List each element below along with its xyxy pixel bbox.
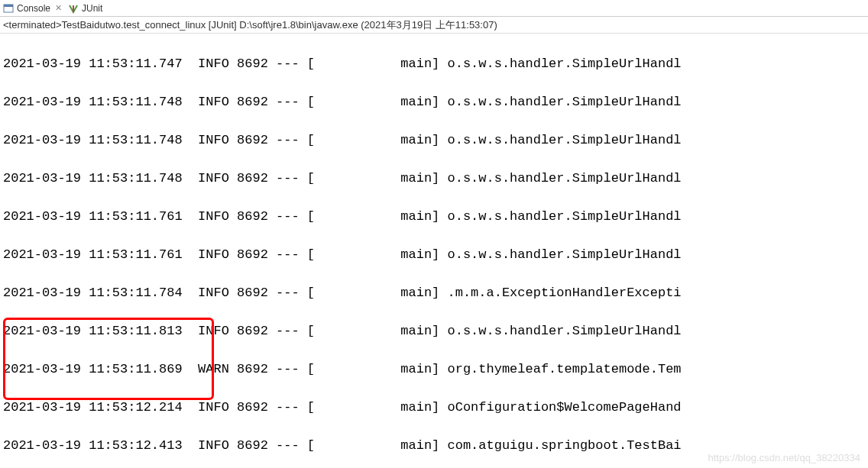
console-output[interactable]: 2021-03-19 11:53:11.747 INFO 8692 --- [ … xyxy=(0,34,868,468)
log-line: 2021-03-19 11:53:11.748 INFO 8692 --- [ … xyxy=(3,131,865,150)
watermark: https://blog.csdn.net/qq_38220334 xyxy=(708,452,861,463)
console-icon xyxy=(3,3,14,14)
log-line: 2021-03-19 11:53:11.748 INFO 8692 --- [ … xyxy=(3,169,865,188)
log-line: 2021-03-19 11:53:12.214 INFO 8692 --- [ … xyxy=(3,398,865,417)
console-header: <terminated> TestBaidutwo.test_connect_l… xyxy=(0,17,868,34)
tab-junit-label: JUnit xyxy=(82,3,102,14)
log-line: 2021-03-19 11:53:11.747 INFO 8692 --- [ … xyxy=(3,54,865,73)
header-text: TestBaidutwo.test_connect_linux [JUnit] … xyxy=(62,18,497,32)
tab-console-label: Console xyxy=(17,3,50,14)
log-line: 2021-03-19 11:53:11.813 INFO 8692 --- [ … xyxy=(3,321,865,341)
log-line: 2021-03-19 11:53:11.761 INFO 8692 --- [ … xyxy=(3,245,865,264)
log-line: 2021-03-19 11:53:11.748 INFO 8692 --- [ … xyxy=(3,92,865,111)
close-icon[interactable]: ✕ xyxy=(55,3,62,13)
log-line: 2021-03-19 11:53:11.869 WARN 8692 --- [ … xyxy=(3,360,865,379)
junit-icon xyxy=(68,3,79,14)
log-line: 2021-03-19 11:53:11.761 INFO 8692 --- [ … xyxy=(3,207,865,226)
tab-junit[interactable]: JUnit xyxy=(68,3,102,14)
tab-bar: Console ✕ JUnit xyxy=(0,0,868,17)
tab-console[interactable]: Console ✕ xyxy=(3,3,62,14)
svg-rect-1 xyxy=(4,5,13,7)
terminated-status: <terminated> xyxy=(3,19,62,31)
log-line: 2021-03-19 11:53:11.784 INFO 8692 --- [ … xyxy=(3,283,865,302)
